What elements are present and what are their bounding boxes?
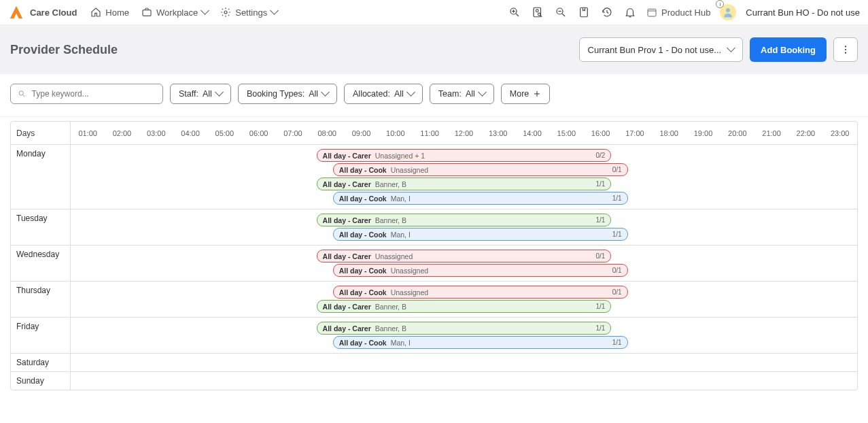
day-body: All day - CarerUnassigned + 10/2All day …	[71, 145, 857, 209]
gear-icon	[220, 7, 231, 18]
booking-title: All day - Carer	[323, 216, 371, 224]
booking-bar[interactable]: All day - CarerUnassigned + 10/2	[317, 149, 612, 162]
svg-point-8	[538, 13, 540, 16]
booking-title: All day - Cook	[339, 267, 387, 275]
filter-staff[interactable]: Staff: All	[170, 84, 231, 104]
hour-cell: 20:00	[721, 129, 754, 137]
day-label: Saturday	[11, 354, 71, 371]
schedule-grid: Days 01:0002:0003:0004:0005:0006:0007:00…	[10, 121, 858, 390]
booking-title: All day - Cook	[339, 339, 387, 347]
svg-point-7	[536, 10, 538, 12]
svg-point-20	[845, 52, 846, 54]
booking-bar[interactable]: All day - CookUnassigned0/1	[333, 264, 628, 277]
booking-assignee: Banner, B	[375, 180, 406, 188]
topnav-right: Product Hub i Currant Bun HO - Do not us…	[508, 4, 860, 20]
booking-bar[interactable]: All day - CookUnassigned0/1	[333, 163, 628, 176]
booking-count: 0/1	[612, 166, 622, 173]
day-label: Friday	[11, 318, 71, 353]
booking-assignee: Banner, B	[375, 324, 406, 333]
filter-team-value: All	[466, 89, 475, 99]
booking-bar[interactable]: All day - CarerBanner, B1/1	[317, 322, 612, 335]
booking-title: All day - Carer	[323, 324, 371, 333]
svg-point-18	[845, 46, 846, 47]
filter-booking-types[interactable]: Booking Types: All	[238, 84, 337, 104]
booking-count: 1/1	[596, 216, 606, 224]
kebab-icon	[840, 44, 851, 55]
bell-icon[interactable]	[623, 5, 637, 19]
search-input-wrap[interactable]	[10, 84, 163, 104]
svg-point-17	[726, 8, 730, 12]
brand-name: Care Cloud	[30, 7, 77, 18]
filter-team[interactable]: Team: All	[430, 84, 494, 104]
booking-count: 0/1	[612, 267, 622, 274]
hour-cell: 08:00	[310, 129, 344, 137]
booking-count: 1/1	[596, 303, 606, 310]
page-title: Provider Schedule	[10, 43, 118, 57]
hour-cell: 12:00	[447, 129, 481, 137]
booking-assignee: Man, I	[391, 194, 411, 203]
product-hub[interactable]: Product Hub	[646, 7, 710, 18]
booking-count: 0/1	[612, 288, 622, 296]
booking-count: 1/1	[612, 231, 622, 238]
hour-cell: 23:00	[823, 129, 857, 137]
day-label: Sunday	[11, 372, 71, 390]
booking-bar[interactable]: All day - CookMan, I1/1	[333, 228, 628, 241]
hour-cell: 02:00	[105, 129, 139, 137]
nav-home[interactable]: Home	[90, 7, 129, 18]
booking-bar[interactable]: All day - CookUnassigned0/1	[333, 286, 628, 299]
nav-workplace-label: Workplace	[156, 7, 198, 18]
logo-icon	[8, 4, 24, 20]
booking-bar[interactable]: All day - CarerBanner, B1/1	[317, 214, 612, 226]
more-actions-button[interactable]	[833, 37, 858, 62]
booking-bar[interactable]: All day - CookMan, I1/1	[333, 192, 628, 205]
day-body: All day - CookUnassigned0/1All day - Car…	[71, 282, 857, 317]
schedule-header: Days 01:0002:0003:0004:0005:0006:0007:00…	[11, 122, 857, 145]
hour-cell: 10:00	[379, 129, 413, 137]
booking-assignee: Banner, B	[375, 216, 406, 224]
bookmark-icon[interactable]	[577, 5, 591, 19]
chevron-down-icon	[322, 89, 328, 99]
filter-staff-value: All	[203, 89, 212, 99]
booking-bar[interactable]: All day - CarerBanner, B1/1	[317, 177, 612, 190]
filter-allocated[interactable]: Allocated: All	[344, 84, 423, 104]
filter-more[interactable]: More	[501, 84, 550, 104]
person-search-icon[interactable]	[531, 5, 544, 19]
filter-more-label: More	[510, 89, 529, 99]
booking-assignee: Unassigned	[391, 288, 428, 297]
hour-cell: 16:00	[583, 129, 617, 137]
booking-title: All day - Carer	[323, 152, 371, 160]
svg-line-22	[23, 95, 25, 97]
booking-bar[interactable]: All day - CarerUnassigned0/1	[317, 250, 612, 263]
svg-rect-13	[580, 7, 588, 17]
history-icon[interactable]	[600, 5, 614, 19]
day-label: Thursday	[11, 282, 71, 317]
hour-cell: 03:00	[139, 129, 173, 137]
add-booking-button[interactable]: Add Booking	[750, 37, 827, 62]
booking-bar[interactable]: All day - CookMan, I1/1	[333, 336, 628, 349]
filter-allocated-label: Allocated:	[353, 89, 390, 99]
provider-select[interactable]: Currant Bun Prov 1 - Do not use...	[579, 37, 744, 62]
filter-booking-types-label: Booking Types:	[247, 89, 305, 99]
provider-selected-label: Currant Bun Prov 1 - Do not use...	[588, 45, 722, 55]
booking-count: 1/1	[596, 324, 606, 332]
calendar-icon	[646, 7, 657, 18]
avatar[interactable]: i	[720, 4, 736, 20]
hour-cell: 17:00	[618, 129, 652, 137]
day-label: Tuesday	[11, 209, 71, 245]
booking-assignee: Unassigned	[391, 267, 428, 275]
zoom-out-icon[interactable]	[554, 5, 568, 19]
nav-home-label: Home	[105, 7, 129, 18]
nav-settings[interactable]: Settings	[220, 7, 277, 18]
nav-workplace[interactable]: Workplace	[141, 7, 208, 18]
day-body	[71, 372, 857, 390]
filter-allocated-value: All	[394, 89, 404, 99]
search-input[interactable]	[32, 89, 156, 99]
booking-title: All day - Carer	[323, 303, 371, 311]
chevron-down-icon	[216, 89, 222, 99]
svg-line-11	[562, 14, 565, 16]
booking-bar[interactable]: All day - CarerBanner, B1/1	[317, 300, 612, 313]
zoom-in-icon[interactable]	[508, 5, 521, 19]
day-body	[71, 354, 857, 371]
briefcase-icon	[141, 7, 152, 18]
hour-cell: 22:00	[788, 129, 822, 137]
